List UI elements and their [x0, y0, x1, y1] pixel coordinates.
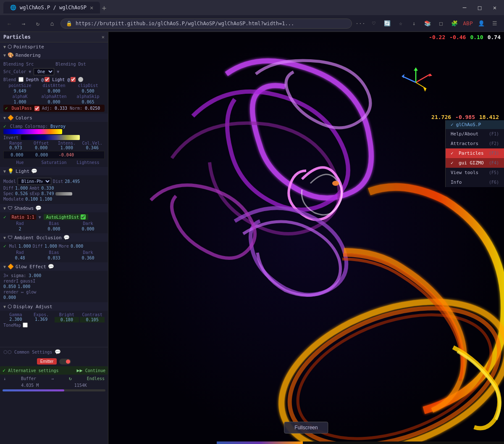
- minimize-button[interactable]: ─: [459, 2, 470, 13]
- bookmark-heart-button[interactable]: ♡: [368, 18, 380, 29]
- blend-checkbox[interactable]: [18, 77, 24, 82]
- depth-checkbox[interactable]: [45, 77, 50, 82]
- rendr1-label: rendrI: [3, 279, 18, 283]
- overlay-coords-top: -0.22 -0.46 0.10 0.74: [429, 34, 501, 40]
- more-button[interactable]: ···: [354, 18, 366, 29]
- more-val: 0.000: [71, 244, 83, 248]
- light-comment-icon: 💬: [31, 168, 37, 174]
- rad-val: 2: [3, 227, 37, 231]
- close-button[interactable]: ✕: [489, 2, 501, 13]
- adblock-button[interactable]: ABP: [462, 18, 474, 29]
- coord2: -0.46: [449, 34, 466, 40]
- right-menu-help[interactable]: Help/About (F1): [446, 129, 504, 139]
- sync-button[interactable]: 🔄: [381, 18, 393, 29]
- common-settings-label: Common Settings: [14, 350, 52, 354]
- invert-gradient-bar[interactable]: [21, 135, 80, 140]
- circle-toggle[interactable]: [78, 77, 83, 82]
- new-tab-button[interactable]: +: [102, 3, 106, 12]
- src-color-select[interactable]: One: [34, 68, 54, 75]
- right-menu-check: ✓: [451, 122, 454, 127]
- tab-close-button[interactable]: ✕: [90, 4, 93, 11]
- pointsprite-header[interactable]: ▼ ⬡ Pointsprite: [0, 42, 108, 51]
- ao-rad-label: Rad: [3, 250, 37, 255]
- invert-label: Invert: [3, 135, 18, 140]
- extensions-button[interactable]: 🧩: [449, 18, 460, 29]
- tab-groups-button[interactable]: □: [435, 18, 447, 29]
- norm-val: 0.0250: [85, 106, 100, 111]
- rendering-header[interactable]: ▼ 🎨 Rendering: [0, 51, 108, 59]
- dist-atten-label: distAtten: [37, 83, 71, 88]
- glow-header[interactable]: ▼ 🔶 Glow Effect 💬: [0, 262, 108, 271]
- star-button[interactable]: ☆: [395, 18, 407, 29]
- share-button[interactable]: ↓: [408, 18, 420, 29]
- maximize-button[interactable]: □: [474, 2, 486, 13]
- right-menu-view-tools[interactable]: View tools (F5): [446, 168, 504, 177]
- light-arrow: ▼: [3, 169, 6, 174]
- auto-light-dist-checkbox[interactable]: [81, 214, 86, 219]
- forward-button[interactable]: →: [18, 18, 29, 29]
- info-shortcut: (F6): [489, 180, 499, 185]
- emitter-toggle[interactable]: [59, 359, 71, 365]
- menu-button[interactable]: ☰: [489, 18, 501, 29]
- attractor-canvas[interactable]: [108, 32, 504, 444]
- active-tab[interactable]: 🌐 wglChAoS.P / wglChAoSP ✕: [3, 2, 100, 13]
- right-menu-attractors[interactable]: Attractors (F2): [446, 139, 504, 148]
- emitter-button[interactable]: Emitter: [37, 358, 57, 365]
- hue-label: Hue: [3, 160, 37, 165]
- auto-light-dist-badge[interactable]: AutoLightDist: [44, 214, 88, 220]
- shadows-icon: 🛡: [8, 205, 13, 211]
- color-values-row: 0.973 0.000 1.000 0.346: [3, 145, 105, 150]
- library-button[interactable]: 📚: [422, 18, 433, 29]
- nav-action-buttons: ··· ♡ 🔄 ☆ ↓ 📚 □ 🧩 ABP 👤 ☰: [354, 18, 501, 29]
- right-menu-gizmo[interactable]: ✓ gui GIZMO (F4): [446, 158, 504, 168]
- tone-map-checkbox[interactable]: [23, 322, 28, 328]
- reload-button[interactable]: ↻: [32, 18, 44, 29]
- ao-header[interactable]: ▼ 🛡 Ambient Occlusion 💬: [0, 233, 108, 242]
- light-checkbox[interactable]: [71, 77, 76, 82]
- coord4: 0.74: [488, 34, 501, 40]
- colors-header[interactable]: ▼ 🔶 Colors: [0, 114, 108, 122]
- display-adjust-header[interactable]: ▼ ⬡ Display Adjust: [0, 302, 108, 311]
- ao-dark-label: Dark: [71, 250, 105, 255]
- ao-check-icon: ✓: [3, 243, 6, 249]
- clip-dist-val: 0.500: [71, 89, 105, 93]
- shadows-label: Shadows: [14, 206, 34, 211]
- spec-slider[interactable]: [55, 192, 72, 196]
- display-arrow: ▼: [3, 304, 6, 309]
- render-glow-val: 0.000: [3, 295, 16, 300]
- light-header[interactable]: ▼ 💡 Light 💬: [0, 167, 108, 175]
- alpha-labels-row: alphaK alphaAtten alphaSkip: [3, 94, 105, 99]
- contrast-val: 0.105: [80, 317, 105, 322]
- color-gradient-bar[interactable]: [3, 129, 62, 134]
- ratio-dropdown-icon: ▼: [39, 215, 41, 219]
- alpha-k-label: alphaK: [3, 94, 37, 99]
- shadows-comment-icon: 💬: [35, 205, 42, 211]
- continue-label[interactable]: Continue: [85, 368, 105, 373]
- buffer-label: Buffer: [21, 376, 36, 381]
- light-icon: 💡: [8, 168, 14, 174]
- blending-labels-row: Blending Src Blending Dst: [3, 61, 105, 67]
- dualpass-checkbox[interactable]: [34, 106, 39, 111]
- profile-button[interactable]: 👤: [475, 18, 487, 29]
- alpha-atten-label: alphaAtten: [37, 94, 71, 99]
- tone-map-row: ToneMap: [3, 322, 105, 328]
- fullscreen-button[interactable]: Fullscreen: [284, 422, 328, 433]
- right-menu-particles[interactable]: ✓ Particles (F3): [446, 148, 504, 158]
- depth-label: Depth @: [26, 77, 50, 82]
- right-menu-info[interactable]: Info (F6): [446, 177, 504, 187]
- back-button[interactable]: ←: [3, 18, 15, 29]
- dst-color-arrow: ▼: [57, 69, 59, 74]
- light-model-select[interactable]: Blinn-Phong: [18, 178, 51, 185]
- home-button[interactable]: ⌂: [46, 18, 58, 29]
- glow-mult-label: 3×: [3, 273, 8, 278]
- ao-diff-label: Diff: [33, 244, 43, 248]
- norm-label: Norm:: [70, 106, 82, 111]
- panel-close-button[interactable]: ✕: [102, 34, 105, 40]
- ao-diff-val: 1.000: [45, 244, 57, 248]
- info-label: Info: [451, 180, 462, 185]
- diff-label: Diff: [3, 186, 13, 190]
- shadows-header[interactable]: ▼ 🛡 Shadows 💬: [0, 204, 108, 212]
- invert-row: Invert: [3, 134, 105, 141]
- url-bar[interactable]: 🔒 https://brutpitt.github.io/glChAoS.P/w…: [60, 18, 352, 29]
- endless-sync-icon: ↻: [69, 375, 72, 381]
